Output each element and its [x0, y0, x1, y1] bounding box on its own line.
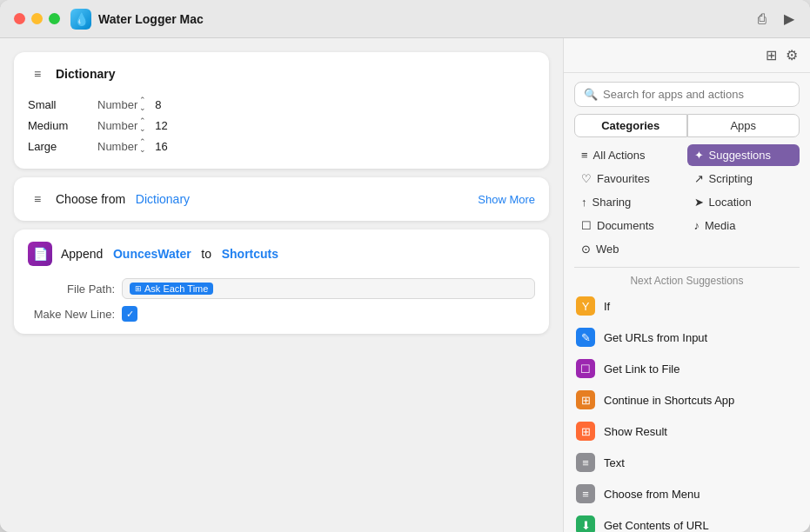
panel-filter-button[interactable]: ⚙	[786, 47, 798, 63]
dict-row-large: Large Number ⌃⌄ 16	[28, 136, 535, 156]
suggestion-choose-from-menu-label: Choose from Menu	[604, 488, 700, 501]
suggestion-show-result[interactable]: ⊞ Show Result	[564, 416, 810, 447]
suggestion-get-urls-label: Get URLs from Input	[604, 331, 707, 344]
search-icon: 🔍	[584, 88, 598, 101]
toggle-apps[interactable]: Apps	[687, 114, 800, 137]
suggestion-continue-shortcuts[interactable]: ⊞ Continue in Shortcuts App	[564, 384, 810, 416]
play-button[interactable]: ▶	[782, 9, 796, 29]
append-destination[interactable]: Shortcuts	[222, 247, 278, 261]
suggestion-continue-shortcuts-label: Continue in Shortcuts App	[604, 394, 734, 407]
if-icon: Y	[576, 296, 595, 316]
cat-scripting[interactable]: ↗ Scripting	[687, 168, 800, 190]
append-keyword: Append	[61, 247, 103, 261]
choose-from-card: ≡ Choose from Dictionary Show More	[14, 177, 549, 221]
suggestion-get-link[interactable]: ☐ Get Link to File	[564, 353, 810, 384]
cat-documents[interactable]: ☐ Documents	[574, 215, 687, 236]
append-icon: 📄	[28, 242, 52, 266]
minimize-button[interactable]	[31, 13, 43, 24]
media-icon: ♪	[694, 219, 700, 232]
get-link-icon: ☐	[576, 359, 595, 378]
toggle-group: Categories Apps	[574, 114, 800, 137]
all-actions-icon: ≡	[581, 149, 588, 162]
dict-value-medium: 12	[155, 119, 167, 132]
categories-nav: ≡ All Actions ✦ Suggestions ♡ Favourites…	[564, 144, 810, 267]
show-result-icon: ⊞	[576, 422, 595, 441]
titlebar-actions: ⎙ ▶	[756, 9, 796, 29]
suggestion-text[interactable]: ≡ Text	[564, 447, 810, 478]
suggestions-icon: ✦	[694, 149, 704, 162]
choose-from-keyword: Choose from	[56, 192, 125, 206]
titlebar: 💧 Water Logger Mac ⎙ ▶	[0, 0, 810, 38]
web-icon: ⊙	[581, 243, 591, 256]
cat-location[interactable]: ➤ Location	[687, 191, 800, 213]
cat-all-actions-label: All Actions	[593, 149, 646, 162]
cat-scripting-label: Scripting	[709, 172, 753, 185]
documents-icon: ☐	[581, 219, 592, 232]
app-window: 💧 Water Logger Mac ⎙ ▶ ≡ Dictionary Smal…	[0, 0, 810, 532]
dict-type-large: Number ⌃⌄	[97, 138, 146, 154]
get-urls-icon: ✎	[576, 328, 595, 347]
dict-type-small: Number ⌃⌄	[97, 96, 146, 112]
toggle-categories[interactable]: Categories	[574, 114, 687, 137]
dict-value-small: 8	[155, 98, 161, 111]
suggestion-choose-from-menu[interactable]: ≡ Choose from Menu	[564, 478, 810, 509]
make-new-line-row: Make New Line: ✓	[28, 306, 535, 322]
ask-each-time-tag: ⊞ Ask Each Time	[130, 283, 213, 295]
search-input[interactable]	[603, 88, 790, 101]
show-more-button[interactable]: Show More	[478, 193, 535, 206]
cat-sharing[interactable]: ↑ Sharing	[574, 191, 687, 213]
share-button[interactable]: ⎙	[756, 10, 768, 29]
dictionary-card: ≡ Dictionary Small Number ⌃⌄ 8 Medium Nu…	[14, 52, 549, 169]
dict-value-large: 16	[155, 140, 167, 153]
dictionary-card-header: ≡ Dictionary	[28, 64, 535, 83]
suggestions-section: Next Action Suggestions Y If ✎ Get URLs …	[564, 268, 810, 532]
cat-suggestions-label: Suggestions	[709, 149, 772, 162]
window-title: Water Logger Mac	[98, 12, 756, 26]
append-variable[interactable]: OuncesWater	[113, 247, 191, 261]
traffic-lights	[14, 13, 60, 24]
file-path-input[interactable]: ⊞ Ask Each Time	[122, 278, 535, 299]
suggestion-if[interactable]: Y If	[564, 290, 810, 322]
cat-documents-label: Documents	[597, 219, 654, 232]
suggestion-if-label: If	[604, 300, 610, 313]
cat-all-actions[interactable]: ≡ All Actions	[574, 144, 687, 166]
append-header: 📄 Append OuncesWater to Shortcuts	[28, 242, 535, 266]
text-icon: ≡	[576, 453, 595, 472]
search-bar: 🔍	[574, 82, 800, 107]
cat-web[interactable]: ⊙ Web	[574, 238, 687, 260]
append-fields: File Path: ⊞ Ask Each Time Make New Line…	[28, 278, 535, 322]
dict-type-medium: Number ⌃⌄	[97, 117, 146, 133]
app-icon: 💧	[70, 9, 91, 30]
dict-row-small: Small Number ⌃⌄ 8	[28, 94, 535, 115]
sharing-icon: ↑	[581, 196, 587, 209]
cat-favourites[interactable]: ♡ Favourites	[574, 168, 687, 190]
make-new-line-checkbox[interactable]: ✓	[122, 306, 137, 322]
choose-from-icon: ≡	[28, 190, 47, 209]
cat-location-label: Location	[709, 196, 752, 209]
suggestion-get-urls[interactable]: ✎ Get URLs from Input	[564, 322, 810, 353]
suggestion-get-contents-url[interactable]: ⬇ Get Contents of URL	[564, 509, 810, 532]
close-button[interactable]	[14, 13, 25, 24]
append-title: Append OuncesWater to Shortcuts	[61, 247, 278, 261]
cat-sharing-label: Sharing	[592, 196, 632, 209]
ask-each-time-label: Ask Each Time	[144, 283, 208, 294]
get-contents-url-icon: ⬇	[576, 515, 595, 532]
file-path-label: File Path:	[28, 283, 115, 296]
dict-key-medium: Medium	[28, 119, 97, 132]
suggestion-get-contents-url-label: Get Contents of URL	[604, 519, 709, 532]
dict-key-large: Large	[28, 140, 97, 153]
left-panel: ≡ Dictionary Small Number ⌃⌄ 8 Medium Nu…	[0, 38, 563, 532]
choose-from-source[interactable]: Dictionary	[136, 192, 190, 206]
suggestion-get-link-label: Get Link to File	[604, 362, 679, 376]
location-icon: ➤	[694, 196, 704, 209]
continue-shortcuts-icon: ⊞	[576, 390, 595, 409]
maximize-button[interactable]	[49, 13, 60, 24]
dict-key-small: Small	[28, 98, 97, 111]
cat-suggestions[interactable]: ✦ Suggestions	[687, 144, 800, 166]
favourites-icon: ♡	[581, 172, 592, 185]
dictionary-title: Dictionary	[56, 67, 115, 81]
panel-view-button[interactable]: ⊞	[766, 47, 777, 63]
right-panel-header: ⊞ ⚙	[564, 38, 810, 73]
cat-media[interactable]: ♪ Media	[687, 215, 800, 236]
cat-media-label: Media	[705, 219, 735, 232]
